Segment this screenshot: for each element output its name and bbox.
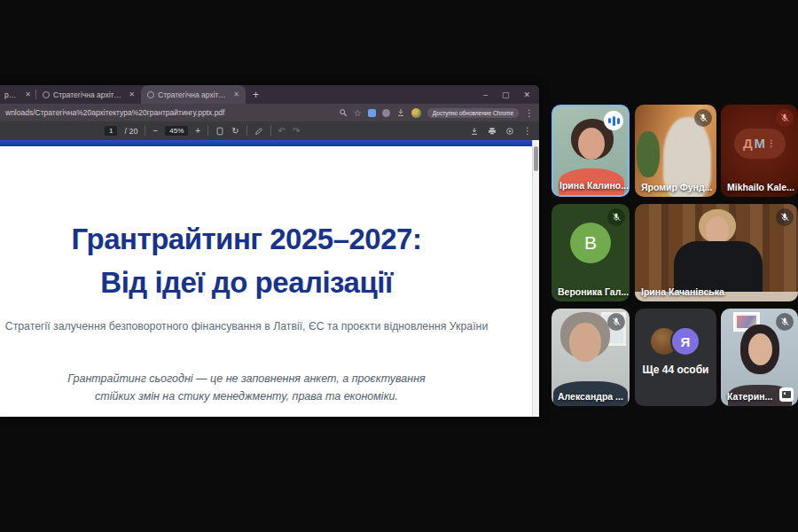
- globe-icon: [43, 91, 50, 98]
- browser-menu-icon[interactable]: ⋮: [525, 108, 534, 118]
- pdf-more-icon[interactable]: ⋮: [523, 126, 532, 136]
- chrome-update-chip[interactable]: Доступно обновление Chrome: [427, 108, 519, 118]
- avatar-dots: ⋮: [767, 138, 776, 148]
- participant-name: Катерин...: [727, 391, 772, 402]
- mic-muted-icon: [776, 109, 794, 127]
- participant-tile-iryna-kachanivska[interactable]: Ірина Качанівська: [635, 204, 798, 301]
- stacked-avatars: Я: [651, 326, 700, 356]
- tab-close-icon[interactable]: ✕: [127, 90, 135, 98]
- more-participants-label: Ще 44 особи: [635, 364, 716, 376]
- slide-title-line1: Грантрайтинг 2025–2027:: [72, 223, 422, 255]
- new-tab-button[interactable]: +: [246, 89, 266, 101]
- maximize-button[interactable]: ▢: [502, 90, 510, 99]
- annotate-pen-icon[interactable]: [254, 127, 263, 136]
- participant-tile-kateryna[interactable]: Катерин...: [721, 309, 798, 406]
- page-number-input[interactable]: 1: [105, 126, 117, 136]
- more-participants-tile[interactable]: Я Ще 44 особи: [635, 309, 716, 406]
- participant-tile-mikhailo[interactable]: Д M ⋮ Mikhailo Kale...: [721, 105, 798, 197]
- present-icon[interactable]: [505, 127, 514, 136]
- extension-icon[interactable]: [382, 109, 390, 117]
- slide-top-stripe: [0, 140, 539, 146]
- url-input[interactable]: wnloads/Стратегічна%20архітектура%20гран…: [5, 108, 332, 117]
- toolbar-divider: [207, 126, 208, 136]
- minimize-button[interactable]: –: [483, 90, 488, 99]
- participant-name: Mikhailo Kale...: [727, 182, 794, 192]
- downloads-icon[interactable]: [396, 108, 405, 117]
- participant-tile-aleksandra[interactable]: Александра ...: [552, 309, 630, 406]
- tab-strip: ран... ✕ Стратегічна архітектура гран...…: [0, 85, 539, 104]
- print-icon[interactable]: [488, 127, 497, 136]
- tab-strategic-architecture-1[interactable]: Стратегічна архітектура гран... ✕: [36, 85, 141, 104]
- extension-icon[interactable]: [368, 109, 376, 117]
- slide-title: Грантрайтинг 2025–2027: Від ідеї до реал…: [0, 217, 493, 304]
- participant-name: Яромир Фунд...: [641, 182, 712, 192]
- tab-close-icon[interactable]: ✕: [231, 90, 239, 98]
- tab-partial[interactable]: ран... ✕: [0, 85, 35, 104]
- participant-tile-iryna-kalyno[interactable]: Ірина Калино...: [552, 105, 630, 197]
- participant-name: Ірина Качанівська: [641, 286, 724, 297]
- tab-close-icon[interactable]: ✕: [23, 90, 31, 98]
- avatar: Д M ⋮: [734, 129, 786, 159]
- fit-page-icon[interactable]: [215, 127, 224, 136]
- slide-subtitle: Стратегії залучення безповоротного фінан…: [0, 320, 493, 332]
- browser-window: ран... ✕ Стратегічна архітектура гран...…: [0, 85, 539, 417]
- slide-title-line2: Від ідеї до реалізації: [100, 266, 392, 299]
- participant-name: Ірина Калино...: [559, 180, 629, 191]
- zoom-level-value[interactable]: 45%: [165, 126, 188, 136]
- pdf-scrollbar[interactable]: [532, 140, 539, 417]
- globe-icon: [147, 91, 154, 98]
- redo-icon[interactable]: ↷: [293, 126, 300, 136]
- mic-muted-icon: [607, 208, 625, 226]
- speaking-indicator-icon: [604, 111, 623, 130]
- avatar: Я: [670, 326, 700, 356]
- slide-quote: Грантрайтинг сьогодні — це не заповнення…: [47, 370, 446, 405]
- mic-muted-icon: [694, 109, 712, 127]
- participant-name: Александра ...: [558, 391, 623, 402]
- mic-muted-icon: [776, 208, 794, 226]
- tab-label: Стратегічна архітектура гран...: [158, 90, 228, 99]
- toolbar-divider: [270, 126, 271, 136]
- tab-label: ран...: [4, 90, 20, 99]
- address-bar: wnloads/Стратегічна%20архітектура%20гран…: [0, 104, 539, 121]
- mic-muted-icon: [607, 313, 625, 331]
- person-video: [637, 131, 660, 177]
- person-video: [748, 333, 772, 365]
- pdf-page: Грантрайтинг 2025–2027: Від ідеї до реал…: [0, 140, 539, 417]
- camera-image-icon: [779, 387, 794, 402]
- mic-muted-icon: [776, 313, 794, 331]
- close-window-button[interactable]: ✕: [523, 90, 530, 99]
- tab-strategic-architecture-2-active[interactable]: Стратегічна архітектура гран... ✕: [141, 85, 246, 104]
- toolbar-divider: [246, 126, 247, 136]
- avatar-monogram: M: [755, 136, 766, 151]
- rotate-icon[interactable]: ↻: [231, 126, 239, 136]
- page-count-label: / 20: [124, 127, 137, 136]
- pdf-toolbar: 1 / 20 − 45% + ↻ ↶ ↷: [0, 121, 539, 140]
- participant-tile-veronika[interactable]: B Вероника Гал...: [552, 204, 630, 301]
- participant-name: Вероника Гал...: [558, 286, 629, 297]
- zoom-out-button[interactable]: −: [153, 126, 158, 136]
- undo-icon[interactable]: ↶: [278, 126, 286, 136]
- zoom-in-button[interactable]: +: [195, 126, 200, 136]
- bookmark-star-icon[interactable]: ☆: [354, 108, 362, 118]
- profile-avatar[interactable]: [411, 108, 421, 118]
- slide-content: Грантрайтинг 2025–2027: Від ідеї до реал…: [0, 146, 493, 412]
- zoom-page-icon[interactable]: [339, 108, 348, 117]
- tab-label: Стратегічна архітектура гран...: [53, 90, 123, 99]
- toolbar-divider: [145, 126, 145, 136]
- pdf-toolbar-right: ⋮: [470, 121, 532, 140]
- scrollbar-thumb[interactable]: [534, 146, 538, 171]
- window-controls: – ▢ ✕: [483, 90, 539, 99]
- person-video: [578, 128, 605, 160]
- participant-tile-yaromyr[interactable]: Яромир Фунд...: [635, 105, 716, 197]
- avatar: B: [570, 223, 611, 263]
- meeting-screen: ран... ✕ Стратегічна архітектура гран...…: [0, 0, 798, 532]
- download-icon[interactable]: [470, 127, 479, 136]
- person-video: [569, 323, 601, 362]
- avatar-monogram: Д: [743, 136, 753, 151]
